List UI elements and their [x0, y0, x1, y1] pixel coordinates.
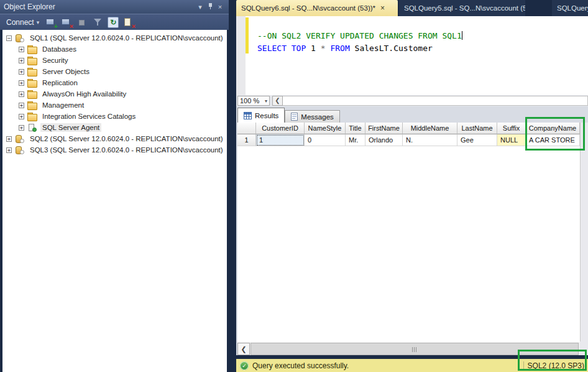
code-segment: *: [321, 44, 326, 53]
cell-firstname[interactable]: Orlando: [365, 134, 403, 146]
tree-item-sql-server-agent[interactable]: +SQL Server Agent: [2, 122, 227, 133]
column-header-firstname[interactable]: FirstName: [365, 123, 403, 134]
tree-item-alwayson-high-availability[interactable]: +AlwaysOn High Availability: [2, 88, 227, 100]
code-segment: SELECT: [257, 44, 287, 53]
folder-icon: [27, 113, 37, 122]
expand-toggle-icon[interactable]: +: [19, 80, 24, 86]
disconnect-server-icon[interactable]: ×: [61, 17, 73, 28]
connect-button[interactable]: Connect ▾: [4, 17, 42, 28]
server-icon: [15, 146, 25, 155]
disconnect-object-icon[interactable]: ×: [123, 17, 135, 28]
tab-label: SQLQuery4.: [557, 4, 588, 12]
expand-toggle-icon[interactable]: +: [6, 136, 12, 142]
scrollbar-corner: [580, 342, 588, 355]
stop-icon: [76, 17, 88, 28]
expand-toggle-icon[interactable]: +: [19, 58, 24, 63]
server-icon: [15, 34, 25, 43]
code-segment: 1: [306, 44, 320, 53]
grid-horizontal-scrollbar[interactable]: ❮: [237, 342, 580, 355]
tree-item-sql1-sql-server-12-0-6024-0-replication-[interactable]: −SQL1 (SQL Server 12.0.6024.0 - REPLICAT…: [2, 32, 227, 44]
tree-item-label: Management: [40, 101, 86, 109]
tree-item-management[interactable]: +Management: [2, 100, 227, 111]
tab-messages[interactable]: Messages: [285, 110, 339, 123]
tree-item-databases[interactable]: +Databases: [2, 44, 227, 55]
close-icon[interactable]: ×: [215, 3, 225, 11]
tree-item-label: SQL1 (SQL Server 12.0.6024.0 - REPLICATI…: [28, 34, 225, 42]
success-check-icon: ✓: [240, 361, 249, 370]
expand-toggle-icon[interactable]: +: [19, 69, 24, 75]
tree-item-label: SQL2 (SQL Server 12.0.6024.0 - REPLICATI…: [28, 134, 225, 143]
expand-toggle-icon[interactable]: +: [19, 114, 24, 119]
cell-title[interactable]: Mr.: [346, 134, 365, 146]
tab-label: SQLQuery5.sql - SQ...N\svcaccount (53))*: [404, 4, 525, 12]
object-explorer-toolbar: Connect ▾ + × ↻ ×: [0, 14, 229, 30]
cell-lastname[interactable]: Gee: [457, 134, 497, 146]
sql-editor[interactable]: --ON SQL2 VERIFY UPDATED CHANGES FROM SQ…: [236, 16, 588, 95]
expand-toggle-icon[interactable]: +: [19, 47, 24, 52]
zoom-level-value: 100 %: [240, 97, 259, 105]
row-header[interactable]: 1: [237, 134, 256, 146]
zoom-level-dropdown[interactable]: 100 % ▾: [237, 96, 270, 106]
tab-close-icon[interactable]: ×: [380, 4, 385, 12]
sql-code: --ON SQL2 VERIFY UPDATED CHANGES FROM SQ…: [257, 17, 588, 55]
tab-label: SQLQuery6.sql - SQ...N\svcaccount (53))*: [241, 4, 375, 12]
document-area: SQLQuery6.sql - SQ...N\svcaccount (53))*…: [236, 0, 588, 372]
status-server-info: SQL2 (12.0 SP3): [528, 361, 584, 370]
grid-vertical-scrollbar[interactable]: [580, 123, 588, 342]
cell-suffix[interactable]: NULL: [497, 134, 526, 146]
tree-item-integration-services-catalogs[interactable]: +Integration Services Catalogs: [2, 111, 227, 122]
tree-item-label: Security: [40, 56, 70, 65]
expand-toggle-icon[interactable]: +: [19, 125, 24, 131]
column-header-title[interactable]: Title: [346, 123, 365, 134]
column-header-namestyle[interactable]: NameStyle: [305, 123, 346, 134]
refresh-icon[interactable]: ↻: [108, 17, 119, 28]
collapse-toggle-icon[interactable]: −: [6, 35, 12, 41]
object-explorer-title: Object Explorer: [4, 2, 195, 11]
tab-label: Results: [255, 112, 278, 119]
code-segment: SalesLT.Customer: [350, 44, 433, 53]
object-explorer-tree: −SQL1 (SQL Server 12.0.6024.0 - REPLICAT…: [2, 30, 227, 372]
results-tabstrip: Results Messages: [237, 106, 340, 123]
tree-item-label: SQL Server Agent: [40, 123, 101, 132]
grid-header-row: CustomerIDNameStyleTitleFirstNameMiddleN…: [237, 123, 580, 134]
tab-results[interactable]: Results: [237, 108, 285, 123]
editor-hscroll-track[interactable]: [283, 96, 588, 106]
tree-item-sql2-sql-server-12-0-6024-0-replication-[interactable]: +SQL2 (SQL Server 12.0.6024.0 - REPLICAT…: [2, 133, 227, 144]
expand-toggle-icon[interactable]: +: [19, 103, 24, 108]
grid-hscroll-thumb[interactable]: [250, 343, 579, 355]
tree-item-label: Databases: [40, 45, 78, 53]
column-header-suffix[interactable]: Suffix: [497, 123, 526, 134]
object-explorer-titlebar: Object Explorer ▾ ×: [0, 0, 229, 14]
connect-server-icon[interactable]: +: [45, 17, 57, 28]
expand-toggle-icon[interactable]: +: [19, 91, 24, 97]
tree-item-server-objects[interactable]: +Server Objects: [2, 66, 227, 77]
tab-sqlquery6[interactable]: SQLQuery6.sql - SQ...N\svcaccount (53))*…: [236, 0, 398, 16]
tree-item-security[interactable]: +Security: [2, 55, 227, 66]
pin-icon[interactable]: [205, 3, 215, 11]
server-icon: [15, 134, 25, 144]
window-position-menu-icon[interactable]: ▾: [195, 3, 205, 11]
column-header-lastname[interactable]: LastName: [457, 123, 497, 134]
query-status-bar: ✓ Query executed successfully. SQL2 (12.…: [236, 359, 588, 372]
tree-item-label: SQL3 (SQL Server 12.0.6024.0 - REPLICATI…: [28, 146, 225, 154]
cell-companyname[interactable]: A CAR STORE: [526, 134, 580, 146]
column-header-companyname[interactable]: CompanyName: [526, 123, 580, 134]
grid-hscroll-left-arrow[interactable]: ❮: [237, 343, 250, 355]
code-segment: FROM: [330, 44, 349, 53]
cell-namestyle[interactable]: 0: [305, 134, 346, 146]
column-header-customerid[interactable]: CustomerID: [256, 123, 305, 134]
folder-icon: [27, 90, 37, 100]
tab-sqlquery4[interactable]: SQLQuery4.: [552, 0, 588, 16]
filter-icon[interactable]: [92, 17, 104, 28]
tree-item-replication[interactable]: +Replication: [2, 77, 227, 88]
expand-toggle-icon[interactable]: +: [6, 147, 12, 153]
results-pane: Results Messages CustomerIDNameStyleTitl…: [236, 106, 588, 355]
change-tracking-bar: [246, 17, 249, 53]
editor-hscroll-left-arrow[interactable]: ❮: [272, 96, 283, 106]
cell-customerid[interactable]: 1: [256, 134, 305, 146]
tab-sqlquery5[interactable]: SQLQuery5.sql - SQ...N\svcaccount (53))*: [399, 0, 525, 16]
column-header-middlename[interactable]: MiddleName: [403, 123, 457, 134]
corner-header[interactable]: [237, 123, 256, 134]
cell-middlename[interactable]: N.: [403, 134, 457, 146]
tree-item-sql3-sql-server-12-0-6024-0-replication-[interactable]: +SQL3 (SQL Server 12.0.6024.0 - REPLICAT…: [2, 144, 227, 156]
